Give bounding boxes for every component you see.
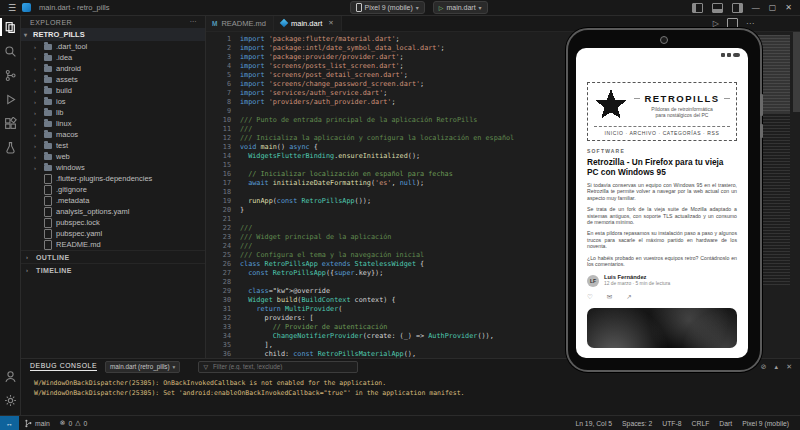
folder-build[interactable]: ›build <box>20 85 205 96</box>
editor-more-icon[interactable]: ⋯ <box>746 19 754 28</box>
git-branch-item[interactable]: main <box>19 419 55 428</box>
file-icon <box>44 218 52 228</box>
folder-ios[interactable]: ›ios <box>20 96 205 107</box>
close-panel-icon[interactable]: ✕ <box>786 363 792 371</box>
markdown-icon: M <box>212 20 217 27</box>
folder-lib[interactable]: ›lib <box>20 107 205 118</box>
status-item-spaces[interactable]: Spaces: 2 <box>617 420 657 427</box>
launch-config-label: main.dart <box>446 4 475 11</box>
tab-debug-console[interactable]: DEBUG CONSOLE <box>30 362 97 371</box>
line-number: 18 <box>205 188 240 197</box>
chevron-right-icon: › <box>34 55 40 61</box>
workspace-root-folder[interactable]: ▾ RETRO_PILLS <box>20 28 205 41</box>
minimize-button[interactable]: — <box>752 3 760 12</box>
vscode-window: { "window": { "title": "main.dart - retr… <box>0 0 800 430</box>
folder-linux[interactable]: ›linux <box>20 118 205 129</box>
toggle-panel-icon[interactable] <box>712 3 723 13</box>
remote-indicator[interactable]: ↔ <box>0 416 19 430</box>
folder--idea[interactable]: ›.idea <box>20 52 205 63</box>
source-control-icon[interactable] <box>0 63 20 87</box>
file-pubspec-lock[interactable]: pubspec.lock <box>20 217 205 228</box>
volume-button <box>760 94 763 116</box>
tree-item-label: .dart_tool <box>56 42 87 51</box>
folder-macos[interactable]: ›macos <box>20 129 205 140</box>
explorer-icon[interactable] <box>0 15 20 39</box>
debug-session-label: main.dart (retro_pills) <box>110 363 170 370</box>
chevron-right-icon: › <box>34 66 40 72</box>
maximize-button[interactable]: ▢ <box>769 3 777 12</box>
maximize-panel-icon[interactable]: ▴ <box>775 363 779 371</box>
search-icon[interactable] <box>0 39 20 63</box>
close-button[interactable]: ✕ <box>785 3 792 12</box>
chevron-right-icon: › <box>34 121 40 127</box>
folder-windows[interactable]: ›windows <box>20 162 205 173</box>
post-paragraph: Si todavía conservas un equipo con Windo… <box>587 182 737 201</box>
launch-config-picker[interactable]: ▷ main.dart ▾ <box>433 1 488 14</box>
editor-scrollbar[interactable] <box>793 32 800 112</box>
file-pubspec-yaml[interactable]: pubspec.yaml <box>20 228 205 239</box>
line-number: 24 <box>205 242 240 251</box>
activity-bar-bottom <box>0 364 20 412</box>
folder--dart-tool[interactable]: ›.dart_tool <box>20 41 205 52</box>
folder-test[interactable]: ›test <box>20 140 205 151</box>
status-item-dart[interactable]: Dart <box>714 420 737 427</box>
like-icon[interactable]: ♡ <box>587 293 593 301</box>
tree-item-label: macos <box>56 130 78 139</box>
line-number: 23 <box>205 233 240 242</box>
close-tab-icon[interactable]: ✕ <box>328 19 333 27</box>
console-log-area[interactable]: W/WindowOnBackDispatcher(25305): OnBackI… <box>20 374 800 398</box>
explorer-more-icon[interactable]: ⋯ <box>190 18 198 26</box>
file--flutter-plugins-dependencies[interactable]: .flutter-plugins-dependencies <box>20 173 205 184</box>
console-filter-input[interactable] <box>211 362 353 371</box>
toggle-secondary-sidebar-icon[interactable] <box>732 3 743 13</box>
line-number: 10 <box>205 116 240 125</box>
line-number: 2 <box>205 44 240 53</box>
chevron-right-icon: › <box>34 88 40 94</box>
file--gitignore[interactable]: .gitignore <box>20 184 205 195</box>
tab-main-dart[interactable]: main.dart✕ <box>274 15 342 31</box>
comment-icon[interactable]: ✉ <box>607 293 612 301</box>
run-debug-icon[interactable] <box>0 87 20 111</box>
debug-session-picker[interactable]: main.dart (retro_pills) ▾ <box>105 361 180 373</box>
section-outline[interactable]: ›OUTLINE <box>20 250 205 263</box>
panel-actions: ⊘ ▴ ✕ <box>761 363 792 371</box>
status-item-crlf[interactable]: CRLF <box>687 420 715 427</box>
phone-screen[interactable]: RETROPILLS Píldoras de retroinformática … <box>576 48 748 358</box>
chevron-right-icon: › <box>34 77 40 83</box>
file-icon <box>44 240 52 250</box>
status-item-pixel[interactable]: Pixel 9 (mobile) <box>737 420 794 427</box>
line-number: 27 <box>205 269 240 278</box>
file-analysis-options-yaml[interactable]: analysis_options.yaml <box>20 206 205 217</box>
hamburger-menu-icon[interactable]: ☰ <box>8 3 16 13</box>
share-icon[interactable]: ↗ <box>626 293 631 301</box>
section-timeline[interactable]: ›TIMELINE <box>20 263 205 276</box>
extensions-icon[interactable] <box>0 111 20 135</box>
chevron-expanded-icon: ▾ <box>24 31 30 38</box>
file-readme-md[interactable]: README.md <box>20 239 205 250</box>
device-picker[interactable]: Pixel 9 (mobile) ▾ <box>350 1 425 14</box>
clear-console-icon[interactable]: ⊘ <box>761 363 767 371</box>
folder-web[interactable]: ›web <box>20 151 205 162</box>
site-title: RETROPILLS <box>634 93 730 104</box>
folder-android[interactable]: ›android <box>20 63 205 74</box>
tree-item-label: .gitignore <box>56 185 87 194</box>
android-status-bar <box>576 48 748 58</box>
toggle-sidebar-icon[interactable] <box>692 3 703 13</box>
file-tree: ›.dart_tool›.idea›android›assets›build›i… <box>20 41 205 250</box>
run-file-icon[interactable]: ▷ <box>713 19 719 28</box>
status-item-utf-8[interactable]: UTF-8 <box>657 420 686 427</box>
account-icon[interactable] <box>0 364 20 388</box>
tabs-container: MREADME.mdmain.dart✕ <box>205 15 342 31</box>
folder-icon <box>44 88 52 94</box>
status-item-ln[interactable]: Ln 19, Col 5 <box>570 420 617 427</box>
tab-README-md[interactable]: MREADME.md <box>205 15 274 31</box>
test-icon[interactable] <box>0 135 20 159</box>
site-nav[interactable]: INICIO · ARCHIVO · CATEGORÍAS · RSS <box>594 126 730 136</box>
split-editor-icon[interactable] <box>727 18 738 28</box>
file--metadata[interactable]: .metadata <box>20 195 205 206</box>
signal-icon <box>727 53 731 57</box>
tree-item-label: pubspec.lock <box>56 218 100 227</box>
folder-assets[interactable]: ›assets <box>20 74 205 85</box>
settings-icon[interactable] <box>0 388 20 412</box>
problems-item[interactable]: ⊗0 △0 <box>55 419 93 427</box>
